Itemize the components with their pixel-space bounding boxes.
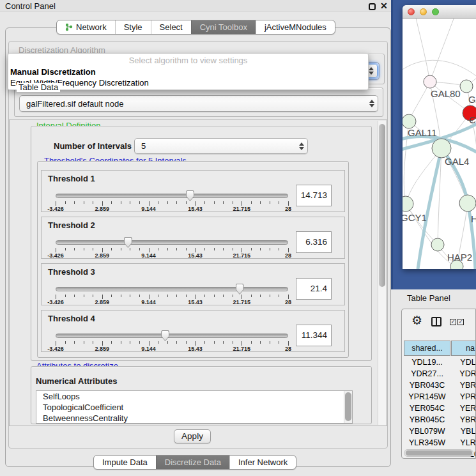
tab-cyni-toolbox[interactable]: Cyni Toolbox: [191, 20, 256, 34]
network-node[interactable]: [424, 75, 436, 88]
tick-mark: [56, 248, 56, 252]
threshold-slider[interactable]: -3.4262.8599.14415.4321.71528: [56, 286, 288, 306]
horizontal-scrollbar[interactable]: [404, 449, 473, 457]
tick-mark: [233, 295, 233, 297]
table-cell[interactable]: YBR0: [451, 380, 476, 391]
tab-network[interactable]: Network: [57, 20, 115, 34]
table-cell[interactable]: YER054C: [404, 403, 450, 414]
list-item[interactable]: BetweennessCentrality: [36, 413, 352, 424]
slider-thumb[interactable]: [236, 284, 244, 295]
column-header[interactable]: shared...: [404, 341, 450, 356]
threshold-value-field[interactable]: 11.344: [296, 325, 332, 346]
table-cell[interactable]: YPR1: [451, 391, 476, 403]
algorithm-prompt-option[interactable]: Select algorithm to view settings: [8, 54, 368, 66]
checkbox-icon[interactable]: ✓: [450, 319, 456, 325]
tick-mark: [279, 248, 279, 250]
algorithm-option-equal-width[interactable]: Equal Width/Frequency Discretization: [8, 77, 368, 88]
table-cell[interactable]: YDL1: [451, 357, 476, 368]
threshold-value-field[interactable]: 14.713: [296, 185, 332, 206]
mode-tab-infer-network[interactable]: Infer Network: [229, 456, 296, 469]
table-cell[interactable]: YPR145W: [404, 391, 450, 403]
float-window-icon[interactable]: [369, 3, 376, 10]
tick-mark: [186, 295, 187, 297]
number-of-intervals-stepper[interactable]: [296, 142, 307, 150]
network-view-window[interactable]: GAL80GACGAL11GAL4GCY1HHAP2: [403, 5, 476, 269]
tick-mark: [158, 295, 158, 297]
table-data-combobox[interactable]: galFiltered.sif default node: [19, 95, 378, 112]
vertical-scrollbar[interactable]: [378, 121, 386, 425]
tick-label: 21.715: [233, 346, 250, 352]
checkbox-icon[interactable]: ✓: [457, 319, 464, 325]
slider-track[interactable]: [56, 240, 288, 245]
slider-thumb[interactable]: [186, 190, 194, 201]
algorithm-option-manual[interactable]: Manual Discretization: [8, 66, 368, 77]
slider-thumb[interactable]: [124, 237, 132, 248]
slider-track[interactable]: [56, 194, 288, 198]
network-node[interactable]: [432, 139, 451, 158]
list-scrollbar[interactable]: [344, 391, 352, 423]
table-cell[interactable]: YDR2: [451, 368, 476, 380]
table-cell[interactable]: YBL079W: [404, 426, 450, 437]
slider-thumb[interactable]: [161, 330, 169, 341]
tab-style[interactable]: Style: [115, 20, 151, 34]
network-edge[interactable]: [403, 60, 476, 77]
tick-label: 28: [285, 346, 291, 352]
network-window-titlebar[interactable]: [403, 5, 476, 19]
numerical-attributes-list[interactable]: SelfLoopsTopologicalCoefficientBetweenne…: [36, 390, 353, 424]
network-edge[interactable]: [415, 19, 430, 82]
threshold-slider[interactable]: -3.4262.8599.14415.4321.71528: [56, 332, 288, 353]
horizontal-scrollbar-thumb[interactable]: [406, 450, 472, 456]
tab-jactivemnodules[interactable]: jActiveMNodules: [256, 20, 335, 34]
table-cell[interactable]: YLR3: [451, 437, 476, 449]
network-node[interactable]: [403, 196, 413, 211]
threshold-slider[interactable]: -3.4262.8599.14415.4321.71528: [56, 192, 288, 213]
network-canvas[interactable]: GAL80GACGAL11GAL4GCY1HHAP2: [403, 19, 476, 269]
mode-tab-discretize-data[interactable]: Discretize Data: [156, 456, 229, 469]
threshold-value-field[interactable]: 21.4: [296, 278, 332, 300]
list-item[interactable]: SelfLoops: [36, 391, 352, 402]
table-cell[interactable]: YBR045C: [404, 414, 450, 426]
gear-icon[interactable]: ⚙: [411, 314, 422, 326]
table-cell[interactable]: YDR27...: [404, 368, 450, 380]
network-node[interactable]: [460, 80, 473, 93]
table-cell[interactable]: YBR0: [451, 414, 476, 426]
network-node[interactable]: [403, 114, 416, 128]
close-icon[interactable]: ✕: [380, 1, 388, 11]
network-node[interactable]: [459, 195, 476, 211]
control-panel-titlebar: Control Panel: [0, 0, 392, 12]
split-columns-icon[interactable]: [431, 317, 441, 326]
apply-button[interactable]: Apply: [174, 429, 211, 443]
table-cell[interactable]: YER0: [451, 403, 476, 414]
vertical-scrollbar-thumb[interactable]: [379, 124, 385, 287]
zoom-traffic-light-icon[interactable]: [432, 8, 439, 15]
slider-track[interactable]: [56, 334, 288, 338]
list-item[interactable]: TopologicalCoefficient: [36, 402, 352, 413]
close-traffic-light-icon[interactable]: [408, 8, 415, 15]
table-cell[interactable]: YLR345W: [404, 437, 450, 449]
node-label: GA: [468, 94, 476, 105]
slider-track[interactable]: [56, 287, 288, 291]
node-label: GAL80: [431, 88, 461, 99]
number-of-intervals-combobox[interactable]: 5: [134, 138, 308, 154]
threshold-card-1: Threshold 1-3.4262.8599.14415.4321.71528…: [41, 170, 345, 212]
table-cell[interactable]: YDL19...: [404, 357, 450, 368]
table-data-stepper[interactable]: [366, 100, 378, 107]
table-cell[interactable]: YBR043C: [404, 380, 450, 391]
mode-tab-impute-data[interactable]: Impute Data: [94, 456, 156, 469]
network-node[interactable]: [431, 238, 444, 251]
table-cell[interactable]: YBL0: [451, 426, 476, 437]
list-scrollbar-thumb[interactable]: [345, 392, 351, 421]
column-header[interactable]: na: [451, 341, 476, 356]
threshold-slider[interactable]: -3.4262.8599.14415.4321.71528: [56, 239, 288, 259]
tick-label: -3.426: [47, 206, 64, 212]
network-edge[interactable]: [430, 19, 455, 82]
tick-label: 15.43: [188, 206, 203, 212]
tick-mark: [195, 295, 196, 299]
tab-select[interactable]: Select: [151, 20, 191, 34]
minimize-traffic-light-icon[interactable]: [420, 8, 427, 15]
tick-mark: [121, 295, 121, 297]
tab-label: Infer Network: [238, 456, 288, 469]
tick-mark: [288, 295, 289, 299]
threshold-value-field[interactable]: 6.316: [296, 231, 332, 253]
tick-mark: [270, 201, 270, 204]
